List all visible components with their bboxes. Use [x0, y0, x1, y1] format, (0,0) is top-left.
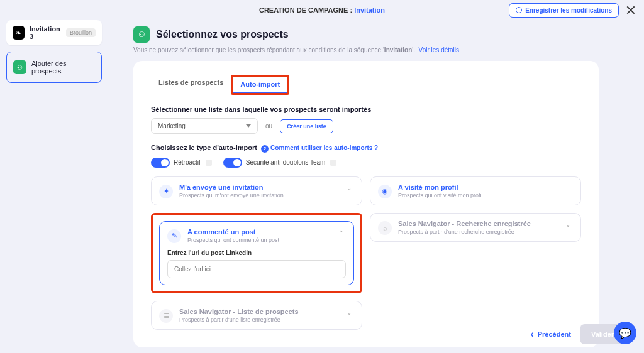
help-link[interactable]: Comment utiliser les auto-imports ? [270, 144, 378, 151]
campaign-card: ❧ Invitation 3 Brouillon [6, 20, 102, 45]
status-badge: Brouillon [66, 28, 96, 37]
info-icon[interactable] [206, 160, 212, 166]
list-select[interactable]: Marketing [151, 118, 258, 134]
edit-icon: ✎ [167, 229, 181, 243]
autoimport-type-label: Choisissez le type d'auto-import ? Comme… [151, 144, 581, 153]
person-plus-icon: ✦ [159, 185, 173, 198]
page-subtitle: Vous ne pouvez sélectionner que les pros… [133, 46, 631, 53]
option-sn-saved-search[interactable]: ⌕ Sales Navigator - Recherche enregistré… [370, 213, 581, 242]
main-card: Listes de prospects Auto-import Sélectio… [133, 61, 599, 347]
toggle-antiduplicate-label: Sécurité anti-doublons Team [246, 159, 326, 166]
details-link[interactable]: Voir les détails [419, 46, 459, 53]
previous-button[interactable]: Précédent [530, 329, 571, 340]
campaign-name: Invitation 3 [30, 25, 61, 40]
sidebar-step-label: Ajouter des prospects [31, 60, 95, 75]
chevron-down-icon: ⌄ [563, 220, 573, 230]
info-icon[interactable] [330, 160, 336, 166]
help-icon[interactable]: ? [261, 145, 269, 153]
page-title: Sélectionnez vos prospects [156, 29, 289, 40]
toggle-retroactive[interactable] [151, 158, 170, 168]
eye-icon: ◉ [378, 185, 392, 198]
toggle-antiduplicate[interactable] [223, 158, 242, 168]
chevron-down-icon: ⌄ [344, 308, 354, 318]
tab-prospect-lists[interactable]: Listes de prospects [151, 75, 231, 95]
list-icon: ≣ [159, 309, 173, 323]
option-visited-profile[interactable]: ◉ A visité mon profil Prospects qui ont … [370, 176, 581, 205]
people-icon: ⚇ [133, 26, 150, 43]
tab-auto-import[interactable]: Auto-import [233, 77, 287, 93]
or-text: ou [265, 122, 272, 129]
leaf-icon: ❧ [13, 26, 25, 40]
toggle-retroactive-label: Rétroactif [174, 159, 201, 166]
breadcrumb: CREATION DE CAMPAGNE : Invitation [259, 6, 385, 14]
chevron-down-icon: ⌄ [344, 183, 354, 193]
breadcrumb-link[interactable]: Invitation [354, 6, 385, 14]
option-sent-invitation[interactable]: ✦ M'a envoyé une invitation Prospects qu… [151, 176, 362, 205]
chat-icon: 💬 [619, 327, 631, 339]
chevron-up-icon: ⌃ [336, 228, 346, 238]
create-list-button[interactable]: Créer une liste [280, 119, 333, 133]
chat-fab[interactable]: 💬 [614, 322, 636, 344]
select-list-label: Sélectionner une liste dans laquelle vos… [151, 106, 581, 113]
option-commented-post[interactable]: ✎ A commenté un post Prospects qui ont c… [151, 213, 362, 293]
people-icon: ⚇ [13, 60, 26, 74]
url-input-label: Entrez l'url du post Linkedin [167, 249, 346, 256]
option-sn-prospect-list[interactable]: ≣ Sales Navigator - Liste de prospects P… [151, 301, 362, 330]
linkedin-url-input[interactable] [167, 260, 346, 278]
breadcrumb-label: CREATION DE CAMPAGNE : [259, 6, 352, 14]
save-button[interactable]: Enregistrer les modifications [509, 3, 619, 18]
close-icon[interactable] [625, 4, 636, 16]
search-icon: ⌕ [378, 221, 392, 235]
sidebar-step-add-prospects[interactable]: ⚇ Ajouter des prospects [6, 52, 102, 83]
